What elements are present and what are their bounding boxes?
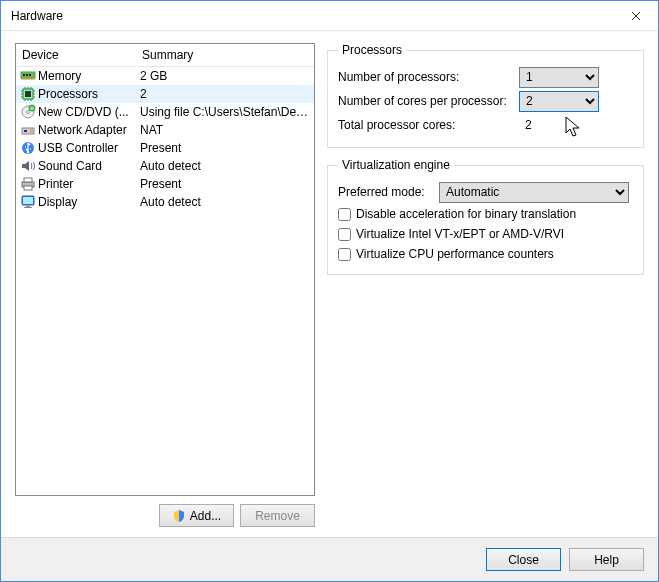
svg-point-7 bbox=[27, 111, 30, 114]
svg-rect-18 bbox=[23, 197, 33, 204]
device-name: New CD/DVD (... bbox=[38, 105, 136, 119]
device-name: Display bbox=[38, 195, 136, 209]
svg-rect-5 bbox=[25, 91, 31, 97]
virtualization-group: Virtualization engine Preferred mode: Au… bbox=[327, 158, 644, 275]
svg-rect-2 bbox=[26, 74, 28, 76]
device-list-header[interactable]: Device Summary bbox=[16, 44, 314, 67]
device-summary: 2 GB bbox=[136, 69, 310, 83]
help-button[interactable]: Help bbox=[569, 548, 644, 571]
window-title: Hardware bbox=[11, 9, 613, 23]
disable-accel-label: Disable acceleration for binary translat… bbox=[356, 207, 576, 221]
processors-legend: Processors bbox=[338, 43, 406, 57]
cores-per-processor-label: Number of cores per processor: bbox=[338, 94, 513, 108]
svg-rect-10 bbox=[22, 128, 34, 134]
preferred-mode-label: Preferred mode: bbox=[338, 185, 433, 199]
device-summary: 2 bbox=[136, 87, 310, 101]
device-summary: Auto detect bbox=[136, 159, 310, 173]
cores-per-processor-select[interactable]: 2 bbox=[519, 91, 599, 112]
hardware-dialog: Hardware Device Summary Memory2 GBProces… bbox=[0, 0, 659, 582]
svg-point-13 bbox=[27, 151, 29, 153]
window-close-button[interactable] bbox=[613, 1, 658, 31]
device-summary: Using file C:\Users\Stefan\Deskto... bbox=[136, 105, 310, 119]
shield-icon bbox=[172, 509, 186, 523]
display-icon bbox=[20, 194, 36, 210]
device-name: Network Adapter bbox=[38, 123, 136, 137]
device-row[interactable]: PrinterPresent bbox=[16, 175, 314, 193]
close-button[interactable]: Close bbox=[486, 548, 561, 571]
svg-rect-15 bbox=[24, 178, 32, 182]
svg-rect-3 bbox=[29, 74, 31, 76]
svg-rect-16 bbox=[24, 186, 32, 190]
virtualize-perf-counters-checkbox[interactable] bbox=[338, 248, 351, 261]
device-row[interactable]: Processors2 bbox=[16, 85, 314, 103]
preferred-mode-select[interactable]: Automatic bbox=[439, 182, 629, 203]
svg-text:+: + bbox=[31, 105, 34, 111]
column-header-summary[interactable]: Summary bbox=[136, 44, 314, 66]
processors-group: Processors Number of processors: 1 Numbe… bbox=[327, 43, 644, 148]
usb-icon bbox=[20, 140, 36, 156]
right-pane: Processors Number of processors: 1 Numbe… bbox=[327, 43, 644, 527]
virtualize-vtx-checkbox[interactable] bbox=[338, 228, 351, 241]
device-name: USB Controller bbox=[38, 141, 136, 155]
titlebar: Hardware bbox=[1, 1, 658, 31]
device-row[interactable]: Network AdapterNAT bbox=[16, 121, 314, 139]
total-cores-label: Total processor cores: bbox=[338, 118, 513, 132]
memory-icon bbox=[20, 68, 36, 84]
column-header-device[interactable]: Device bbox=[16, 44, 136, 66]
device-row[interactable]: DisplayAuto detect bbox=[16, 193, 314, 211]
num-processors-label: Number of processors: bbox=[338, 70, 513, 84]
device-row[interactable]: Sound CardAuto detect bbox=[16, 157, 314, 175]
device-row[interactable]: Memory2 GB bbox=[16, 67, 314, 85]
device-summary: Present bbox=[136, 177, 310, 191]
device-name: Processors bbox=[38, 87, 136, 101]
left-pane: Device Summary Memory2 GBProcessors2+New… bbox=[15, 43, 315, 527]
device-summary: NAT bbox=[136, 123, 310, 137]
svg-rect-1 bbox=[23, 74, 25, 76]
device-list[interactable]: Device Summary Memory2 GBProcessors2+New… bbox=[15, 43, 315, 496]
virtualize-perf-counters-label: Virtualize CPU performance counters bbox=[356, 247, 554, 261]
disable-accel-checkbox[interactable] bbox=[338, 208, 351, 221]
virtualization-legend: Virtualization engine bbox=[338, 158, 454, 172]
svg-rect-19 bbox=[26, 206, 30, 207]
device-name: Memory bbox=[38, 69, 136, 83]
device-row[interactable]: +New CD/DVD (...Using file C:\Users\Stef… bbox=[16, 103, 314, 121]
num-processors-select[interactable]: 1 bbox=[519, 67, 599, 88]
remove-button[interactable]: Remove bbox=[240, 504, 315, 527]
sound-icon bbox=[20, 158, 36, 174]
add-button[interactable]: Add... bbox=[159, 504, 234, 527]
device-name: Sound Card bbox=[38, 159, 136, 173]
device-row[interactable]: USB ControllerPresent bbox=[16, 139, 314, 157]
virtualize-vtx-label: Virtualize Intel VT-x/EPT or AMD-V/RVI bbox=[356, 227, 564, 241]
cpu-icon bbox=[20, 86, 36, 102]
device-summary: Present bbox=[136, 141, 310, 155]
dialog-body: Device Summary Memory2 GBProcessors2+New… bbox=[1, 31, 658, 537]
svg-rect-11 bbox=[24, 130, 27, 132]
cd-icon: + bbox=[20, 104, 36, 120]
svg-rect-20 bbox=[24, 207, 32, 208]
close-icon bbox=[631, 11, 641, 21]
printer-icon bbox=[20, 176, 36, 192]
device-name: Printer bbox=[38, 177, 136, 191]
dialog-footer: Close Help bbox=[1, 537, 658, 581]
network-icon bbox=[20, 122, 36, 138]
total-cores-value: 2 bbox=[519, 118, 579, 132]
device-summary: Auto detect bbox=[136, 195, 310, 209]
